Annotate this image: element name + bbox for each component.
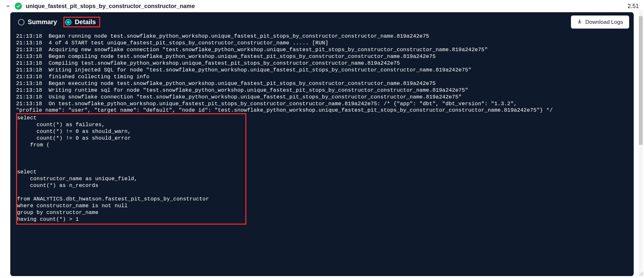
scrollbar[interactable] (639, 10, 643, 273)
status-check-icon (15, 3, 22, 10)
tab-summary-label: Summary (28, 18, 57, 26)
resize-handle-icon[interactable] (639, 272, 643, 277)
download-icon (577, 19, 582, 25)
radio-icon (18, 19, 24, 25)
elapsed-time: 2.51 (628, 3, 639, 10)
log-preamble: 21:13:18 Began running node test.snowfla… (16, 33, 553, 113)
scrollbar-thumb[interactable] (639, 16, 643, 145)
tabs-row: Summary Details (16, 17, 628, 27)
console-panel: Summary Details Download Logs 21:13:18 B… (10, 12, 634, 276)
radio-active-icon (65, 19, 71, 25)
log-output: 21:13:18 Began running node test.snowfla… (16, 33, 628, 225)
test-title: unique_fastest_pit_stops_by_constructor_… (26, 3, 624, 10)
tab-details[interactable]: Details (63, 17, 100, 27)
log-sql-block: select count(*) as failures, count(*) !=… (16, 113, 246, 224)
download-logs-button[interactable]: Download Logs (571, 15, 629, 29)
tab-details-label: Details (75, 18, 96, 26)
collapse-chevron-icon[interactable] (5, 3, 11, 9)
tab-summary[interactable]: Summary (16, 17, 59, 27)
test-header: unique_fastest_pit_stops_by_constructor_… (0, 0, 644, 12)
download-logs-label: Download Logs (585, 19, 623, 25)
